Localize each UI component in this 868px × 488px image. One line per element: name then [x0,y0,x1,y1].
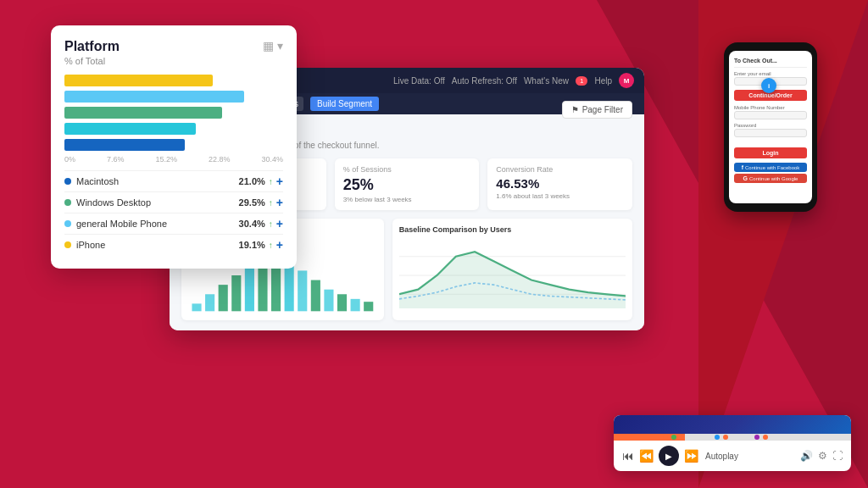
video-dot-5 [754,435,760,440]
bar-yellow [64,75,213,86]
axis-4: 30.4% [261,155,283,164]
page-filter-btn[interactable]: ⚑ Page Filter [562,101,632,119]
svg-rect-1 [205,294,214,311]
line-chart-title: Baseline Comparison by Users [399,225,626,234]
dot-mobile [64,220,71,227]
svg-rect-9 [311,280,320,312]
phone-frame: To Check Out... Enter your email Continu… [724,42,817,212]
line-chart-svg [399,237,626,313]
arrow-macintosh: ↑ [269,177,273,186]
legend-name-iphone: iPhone [76,240,105,250]
svg-rect-12 [351,299,360,311]
bar-axis: 0% 7.6% 15.2% 22.8% 30.4% [64,155,283,164]
phone-title: To Check Out... [734,58,807,64]
legend-name-windows: Windows Desktop [76,197,151,208]
bar-row-1 [64,75,283,86]
video-timeline[interactable] [614,434,851,441]
metric-value-2: 46.53% [496,176,624,191]
bar-lightblue [64,91,244,103]
arrow-windows: ↑ [269,198,273,208]
phone-login-btn[interactable]: Login [734,147,807,158]
topbar-links: Live Data: Off Auto Refresh: Off What's … [393,73,634,88]
rewind-btn[interactable]: ⏪ [639,449,654,463]
bar-row-2 [64,91,283,103]
user-avatar[interactable]: M [619,73,634,88]
add-windows[interactable]: + [276,196,283,209]
legend-windows: Windows Desktop 29.5% ↑ + [64,191,283,213]
svg-rect-3 [231,275,241,311]
add-iphone[interactable]: + [276,238,283,252]
phone-facebook-btn[interactable]: f Continue with Facebook [734,163,807,172]
svg-marker-17 [399,252,626,308]
line-chart-card: Baseline Comparison by Users [392,219,632,320]
phone-screen: To Check Out... Enter your email Continu… [729,51,812,203]
add-mobile[interactable]: + [276,217,283,230]
autoplay-label: Autoplay [705,452,738,461]
arrow-mobile: ↑ [269,219,273,229]
legend-name-mobile: general Mobile Phone [76,219,167,229]
svg-rect-10 [324,290,333,312]
phone-input-password: Password [734,123,807,137]
platform-bar-chart: 0% 7.6% 15.2% 22.8% 30.4% [64,75,283,164]
svg-rect-0 [192,303,201,311]
video-dots [614,434,851,441]
metric-label-2: Conversion Rate [496,165,624,174]
metric-change-2: 1.6% about last 3 weeks [496,192,624,200]
bar-teal [64,123,196,135]
platform-title: Platform [64,39,120,54]
video-dot-6 [763,435,768,440]
axis-1: 7.6% [107,155,125,164]
metric-label-1: % of Sessions [343,165,471,174]
bar-row-5 [64,139,283,151]
axis-0: 0% [64,155,75,164]
phone-container: i To Check Out... Enter your email Conti… [724,42,817,212]
platform-subtitle: % of Total [64,56,283,66]
svg-rect-13 [364,302,373,311]
dot-macintosh [64,178,71,185]
nav-build-segment[interactable]: Build Segment [310,97,379,111]
legend-pct-macintosh: 21.0% [239,176,265,186]
volume-icon[interactable]: 🔊 [800,450,813,462]
bar-green [64,107,222,119]
phone-mobile-field[interactable] [734,111,807,119]
platform-card-header: Platform ▦ ▾ [64,39,283,54]
help-link[interactable]: Help [594,76,612,86]
video-dot-3 [715,435,720,440]
skip-back-btn[interactable]: ⏮ [622,449,634,463]
bar-row-3 [64,107,283,119]
video-dot-1 [663,435,668,440]
legend-macintosh: Macintosh 21.0% ↑ + [64,170,283,191]
bar-row-4 [64,123,283,135]
legend-pct-mobile: 30.4% [239,219,265,229]
dot-iphone [64,241,71,248]
whats-new-link[interactable]: What's New [524,76,569,86]
phone-input-mobile: Mobile Phone Number [734,105,807,119]
phone-info-badge[interactable]: i [761,78,776,93]
metric-sessions: % of Sessions 25% 3% below last 3 weeks [335,158,480,210]
legend-iphone: iPhone 19.1% ↑ + [64,234,283,255]
metric-value-1: 25% [343,176,471,194]
svg-rect-4 [245,266,254,311]
live-data-link[interactable]: Live Data: Off [393,76,445,86]
video-dot-2 [671,435,676,440]
fullscreen-icon[interactable]: ⛶ [832,450,843,462]
facebook-icon: f [742,164,743,170]
video-player: ⏮ ⏪ ▶ ⏩ Autoplay 🔊 ⚙ ⛶ [614,415,851,471]
video-controls: ⏮ ⏪ ▶ ⏩ Autoplay 🔊 ⚙ ⛶ [614,441,851,471]
svg-rect-2 [219,285,228,311]
play-btn[interactable]: ▶ [659,446,679,466]
phone-google-btn[interactable]: G Continue with Google [734,174,807,183]
forward-btn[interactable]: ⏩ [684,449,698,463]
phone-password-field[interactable] [734,129,807,137]
add-macintosh[interactable]: + [276,175,283,188]
legend-pct-windows: 29.5% [239,197,265,208]
dot-windows [64,199,71,206]
metric-conversion: Conversion Rate 46.53% 1.6% about last 3… [487,158,632,210]
auto-refresh-link[interactable]: Auto Refresh: Off [452,76,517,86]
svg-rect-11 [337,294,347,311]
metric-change-1: 3% below last 3 weeks [343,196,471,203]
chart-icon: ▦ ▾ [263,39,283,53]
axis-3: 22.8% [209,155,231,164]
settings-icon[interactable]: ⚙ [818,450,827,462]
video-preview [614,415,851,441]
